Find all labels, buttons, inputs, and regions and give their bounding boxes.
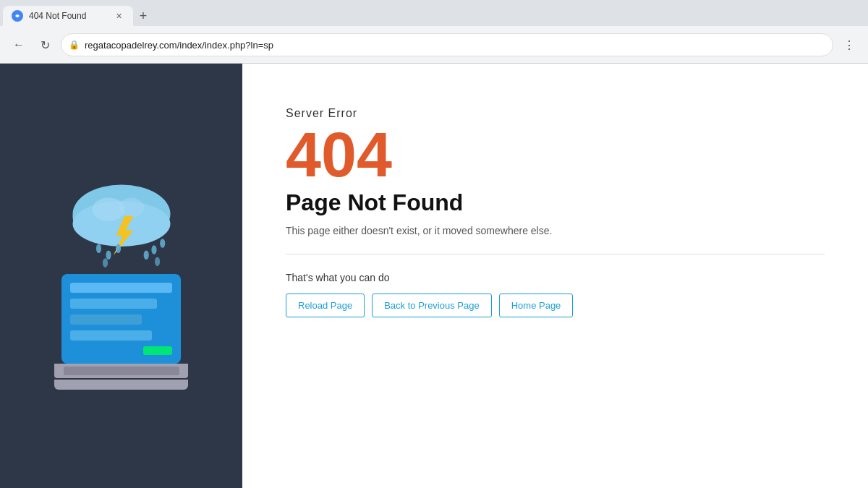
svg-point-14 [143, 250, 148, 260]
divider [286, 254, 825, 254]
svg-point-12 [151, 245, 156, 254]
server-slot-3 [70, 314, 142, 325]
svg-point-10 [106, 250, 111, 260]
svg-point-13 [160, 239, 165, 248]
new-tab-button[interactable]: + [133, 6, 153, 26]
reload-button[interactable]: ↻ [35, 35, 55, 55]
reload-page-button[interactable]: Reload Page [286, 294, 365, 317]
left-panel [0, 64, 242, 488]
right-panel: Server Error 404 Page Not Found This pag… [242, 64, 868, 488]
svg-point-16 [154, 257, 159, 266]
server-slot-2 [70, 299, 157, 309]
page-not-found-heading: Page Not Found [286, 189, 825, 216]
tab-title: 404 Not Found [29, 11, 107, 21]
lock-icon: 🔒 [69, 40, 80, 50]
server-illustration [54, 163, 188, 390]
server-indicator [143, 346, 172, 355]
server-stand [54, 380, 188, 390]
cloud-container [56, 163, 187, 281]
tab-favicon [12, 10, 23, 22]
error-code: 404 [286, 123, 825, 187]
browser-chrome: 404 Not Found ✕ + ← ↻ 🔒 regatacopadelrey… [0, 0, 868, 64]
home-page-button[interactable]: Home Page [499, 294, 574, 317]
server-base [54, 364, 188, 378]
server-unit [54, 274, 188, 390]
cloud-lightning-svg [56, 163, 187, 278]
action-buttons: Reload Page Back to Previous Page Home P… [286, 294, 825, 317]
server-body [61, 274, 181, 364]
actions-label: That's what you can do [286, 272, 825, 283]
back-to-previous-button[interactable]: Back to Previous Page [372, 294, 492, 317]
page-content: Server Error 404 Page Not Found This pag… [0, 64, 868, 488]
error-description: This page either doesn't exist, or it mo… [286, 225, 825, 236]
svg-point-6 [118, 197, 144, 217]
tab-bar: 404 Not Found ✕ + [0, 0, 868, 26]
address-bar: ← ↻ 🔒 regatacopadelrey.com/index/index.p… [0, 26, 868, 64]
svg-point-9 [95, 244, 101, 253]
server-base-inner [64, 367, 179, 375]
address-input-container[interactable]: 🔒 regatacopadelrey.com/index/index.php?l… [61, 33, 833, 56]
tab-close-button[interactable]: ✕ [113, 10, 124, 22]
url-text: regatacopadelrey.com/index/index.php?ln=… [85, 40, 273, 51]
browser-menu-icon[interactable]: ⋮ [839, 35, 859, 55]
back-button[interactable]: ← [9, 35, 29, 55]
svg-point-15 [102, 258, 107, 267]
server-slot-1 [70, 283, 172, 293]
server-slot-4 [70, 330, 152, 341]
svg-point-11 [115, 244, 120, 253]
active-tab[interactable]: 404 Not Found ✕ [3, 6, 133, 26]
